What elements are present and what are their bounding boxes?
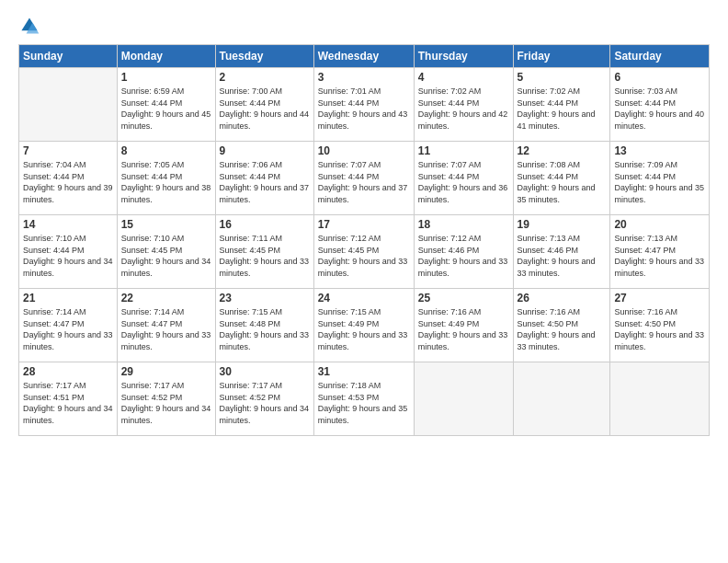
week-row-1: 1Sunrise: 6:59 AMSunset: 4:44 PMDaylight… <box>19 68 710 142</box>
weekday-header-saturday: Saturday <box>610 45 710 68</box>
weekday-header-monday: Monday <box>117 45 215 68</box>
day-info: Sunrise: 7:13 AMSunset: 4:47 PMDaylight:… <box>614 233 705 279</box>
day-cell: 1Sunrise: 6:59 AMSunset: 4:44 PMDaylight… <box>117 68 215 142</box>
day-cell: 25Sunrise: 7:16 AMSunset: 4:49 PMDayligh… <box>414 289 513 362</box>
day-cell: 6Sunrise: 7:03 AMSunset: 4:44 PMDaylight… <box>610 68 710 142</box>
day-info: Sunrise: 7:08 AMSunset: 4:44 PMDaylight:… <box>518 159 607 205</box>
week-row-2: 7Sunrise: 7:04 AMSunset: 4:44 PMDaylight… <box>19 142 710 215</box>
day-cell: 4Sunrise: 7:02 AMSunset: 4:44 PMDaylight… <box>414 68 513 142</box>
day-number: 16 <box>220 218 310 231</box>
day-number: 8 <box>121 144 211 157</box>
day-number: 4 <box>418 71 509 84</box>
day-number: 30 <box>220 365 310 378</box>
day-number: 11 <box>418 144 509 157</box>
day-info: Sunrise: 7:10 AMSunset: 4:44 PMDaylight:… <box>23 233 113 279</box>
day-info: Sunrise: 7:09 AMSunset: 4:44 PMDaylight:… <box>614 159 705 205</box>
calendar-table: SundayMondayTuesdayWednesdayThursdayFrid… <box>18 44 710 436</box>
day-number: 15 <box>121 218 211 231</box>
day-cell: 16Sunrise: 7:11 AMSunset: 4:45 PMDayligh… <box>215 215 313 289</box>
day-info: Sunrise: 7:01 AMSunset: 4:44 PMDaylight:… <box>318 86 410 132</box>
weekday-header-sunday: Sunday <box>19 45 118 68</box>
day-info: Sunrise: 7:10 AMSunset: 4:45 PMDaylight:… <box>121 233 211 279</box>
day-info: Sunrise: 7:16 AMSunset: 4:49 PMDaylight:… <box>418 306 509 352</box>
day-info: Sunrise: 7:02 AMSunset: 4:44 PMDaylight:… <box>418 86 509 132</box>
day-info: Sunrise: 7:16 AMSunset: 4:50 PMDaylight:… <box>518 306 607 352</box>
day-number: 19 <box>518 218 607 231</box>
day-cell: 10Sunrise: 7:07 AMSunset: 4:44 PMDayligh… <box>313 142 414 215</box>
day-info: Sunrise: 7:00 AMSunset: 4:44 PMDaylight:… <box>220 86 310 132</box>
day-info: Sunrise: 6:59 AMSunset: 4:44 PMDaylight:… <box>121 86 211 132</box>
header <box>18 15 710 37</box>
day-number: 10 <box>318 144 410 157</box>
day-cell: 2Sunrise: 7:00 AMSunset: 4:44 PMDaylight… <box>215 68 313 142</box>
day-number: 14 <box>23 218 113 231</box>
day-info: Sunrise: 7:12 AMSunset: 4:46 PMDaylight:… <box>418 233 509 279</box>
day-number: 24 <box>318 292 410 304</box>
day-number: 31 <box>318 365 410 378</box>
day-cell: 29Sunrise: 7:17 AMSunset: 4:52 PMDayligh… <box>117 362 215 436</box>
weekday-header-friday: Friday <box>513 45 610 68</box>
day-cell <box>414 362 513 436</box>
day-cell: 19Sunrise: 7:13 AMSunset: 4:46 PMDayligh… <box>513 215 610 289</box>
day-info: Sunrise: 7:05 AMSunset: 4:44 PMDaylight:… <box>121 159 211 205</box>
day-info: Sunrise: 7:17 AMSunset: 4:51 PMDaylight:… <box>23 380 113 426</box>
week-row-4: 21Sunrise: 7:14 AMSunset: 4:47 PMDayligh… <box>19 289 710 362</box>
day-cell: 18Sunrise: 7:12 AMSunset: 4:46 PMDayligh… <box>414 215 513 289</box>
week-row-3: 14Sunrise: 7:10 AMSunset: 4:44 PMDayligh… <box>19 215 710 289</box>
day-number: 13 <box>614 144 705 157</box>
day-info: Sunrise: 7:07 AMSunset: 4:44 PMDaylight:… <box>318 159 410 205</box>
day-info: Sunrise: 7:04 AMSunset: 4:44 PMDaylight:… <box>23 159 113 205</box>
day-cell: 24Sunrise: 7:15 AMSunset: 4:49 PMDayligh… <box>313 289 414 362</box>
day-info: Sunrise: 7:15 AMSunset: 4:48 PMDaylight:… <box>220 306 310 352</box>
day-cell: 30Sunrise: 7:17 AMSunset: 4:52 PMDayligh… <box>215 362 313 436</box>
day-number: 27 <box>614 292 705 304</box>
day-cell: 28Sunrise: 7:17 AMSunset: 4:51 PMDayligh… <box>19 362 118 436</box>
day-info: Sunrise: 7:11 AMSunset: 4:45 PMDaylight:… <box>220 233 310 279</box>
day-cell: 11Sunrise: 7:07 AMSunset: 4:44 PMDayligh… <box>414 142 513 215</box>
day-cell <box>610 362 710 436</box>
weekday-header-row: SundayMondayTuesdayWednesdayThursdayFrid… <box>19 45 710 68</box>
day-info: Sunrise: 7:14 AMSunset: 4:47 PMDaylight:… <box>23 306 113 352</box>
day-cell: 12Sunrise: 7:08 AMSunset: 4:44 PMDayligh… <box>513 142 610 215</box>
day-cell: 26Sunrise: 7:16 AMSunset: 4:50 PMDayligh… <box>513 289 610 362</box>
calendar-page: SundayMondayTuesdayWednesdayThursdayFrid… <box>0 0 728 563</box>
day-number: 22 <box>121 292 211 304</box>
day-info: Sunrise: 7:12 AMSunset: 4:45 PMDaylight:… <box>318 233 410 279</box>
day-info: Sunrise: 7:03 AMSunset: 4:44 PMDaylight:… <box>614 86 705 132</box>
day-number: 25 <box>418 292 509 304</box>
day-info: Sunrise: 7:06 AMSunset: 4:44 PMDaylight:… <box>220 159 310 205</box>
day-number: 21 <box>23 292 113 304</box>
day-number: 5 <box>518 71 607 84</box>
day-cell: 20Sunrise: 7:13 AMSunset: 4:47 PMDayligh… <box>610 215 710 289</box>
day-cell: 23Sunrise: 7:15 AMSunset: 4:48 PMDayligh… <box>215 289 313 362</box>
day-number: 9 <box>220 144 310 157</box>
day-cell: 17Sunrise: 7:12 AMSunset: 4:45 PMDayligh… <box>313 215 414 289</box>
day-number: 17 <box>318 218 410 231</box>
day-info: Sunrise: 7:14 AMSunset: 4:47 PMDaylight:… <box>121 306 211 352</box>
day-number: 12 <box>518 144 607 157</box>
day-info: Sunrise: 7:02 AMSunset: 4:44 PMDaylight:… <box>518 86 607 132</box>
day-info: Sunrise: 7:16 AMSunset: 4:50 PMDaylight:… <box>614 306 705 352</box>
day-number: 23 <box>220 292 310 304</box>
day-number: 20 <box>614 218 705 231</box>
day-cell: 27Sunrise: 7:16 AMSunset: 4:50 PMDayligh… <box>610 289 710 362</box>
day-cell: 14Sunrise: 7:10 AMSunset: 4:44 PMDayligh… <box>19 215 118 289</box>
day-cell <box>19 68 118 142</box>
day-cell: 5Sunrise: 7:02 AMSunset: 4:44 PMDaylight… <box>513 68 610 142</box>
day-cell: 15Sunrise: 7:10 AMSunset: 4:45 PMDayligh… <box>117 215 215 289</box>
day-info: Sunrise: 7:07 AMSunset: 4:44 PMDaylight:… <box>418 159 509 205</box>
day-number: 26 <box>518 292 607 304</box>
day-cell: 13Sunrise: 7:09 AMSunset: 4:44 PMDayligh… <box>610 142 710 215</box>
day-number: 29 <box>121 365 211 378</box>
day-info: Sunrise: 7:17 AMSunset: 4:52 PMDaylight:… <box>121 380 211 426</box>
week-row-5: 28Sunrise: 7:17 AMSunset: 4:51 PMDayligh… <box>19 362 710 436</box>
day-cell: 8Sunrise: 7:05 AMSunset: 4:44 PMDaylight… <box>117 142 215 215</box>
day-number: 6 <box>614 71 705 84</box>
day-info: Sunrise: 7:15 AMSunset: 4:49 PMDaylight:… <box>318 306 410 352</box>
day-number: 18 <box>418 218 509 231</box>
day-number: 7 <box>23 144 113 157</box>
day-info: Sunrise: 7:13 AMSunset: 4:46 PMDaylight:… <box>518 233 607 279</box>
day-cell: 3Sunrise: 7:01 AMSunset: 4:44 PMDaylight… <box>313 68 414 142</box>
day-cell: 9Sunrise: 7:06 AMSunset: 4:44 PMDaylight… <box>215 142 313 215</box>
day-cell <box>513 362 610 436</box>
